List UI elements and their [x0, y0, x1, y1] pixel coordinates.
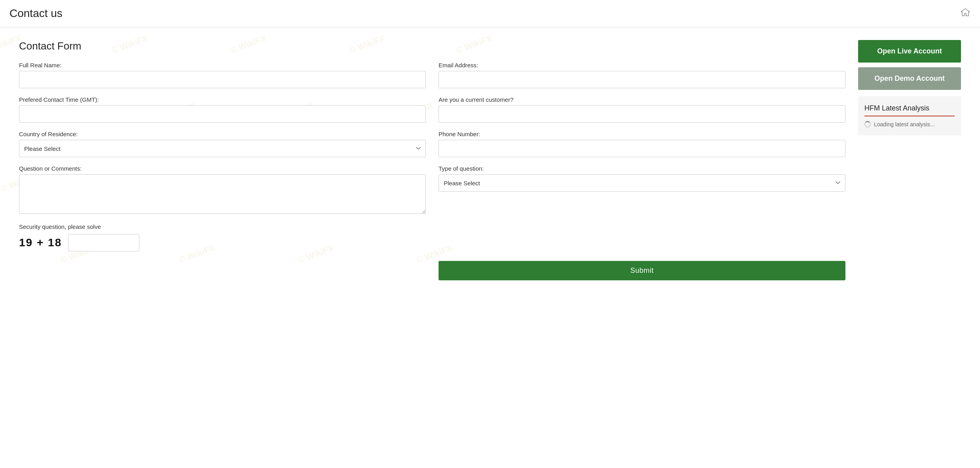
phone-label: Phone Number: [439, 131, 845, 137]
contact-form-section: Contact Form Full Real Name: Email Addre… [19, 40, 845, 280]
security-label: Security question, please solve [19, 223, 845, 230]
country-select[interactable]: Please Select [19, 140, 426, 157]
analysis-loading: Loading latest analysis... [864, 121, 955, 127]
question-type-select[interactable]: Please Select [439, 174, 845, 192]
form-title: Contact Form [19, 40, 845, 52]
main-container: © WikiFX © WikiFX © WikiFX © WikiFX © Wi… [0, 27, 980, 293]
page-header: Contact us [0, 0, 980, 27]
phone-input[interactable] [439, 140, 845, 157]
open-demo-account-button[interactable]: Open Demo Account [858, 67, 961, 90]
comments-group: Question or Comments: [19, 165, 426, 214]
current-customer-label: Are you a current customer? [439, 96, 845, 103]
email-group: Email Address: [439, 62, 845, 88]
phone-group: Phone Number: [439, 131, 845, 157]
country-label: Country of Residence: [19, 131, 426, 137]
open-live-account-button[interactable]: Open Live Account [858, 40, 961, 63]
submit-button[interactable]: Submit [439, 261, 845, 280]
submit-spacer [19, 261, 426, 280]
preferred-contact-group: Prefered Contact Time (GMT): [19, 96, 426, 123]
security-equation: 19 + 18 [19, 236, 62, 249]
question-type-label: Type of question: [439, 165, 845, 172]
comments-textarea[interactable] [19, 174, 426, 214]
security-num1: 19 [19, 236, 33, 249]
full-name-input[interactable] [19, 71, 426, 88]
preferred-contact-label: Prefered Contact Time (GMT): [19, 96, 426, 103]
form-grid: Full Real Name: Email Address: Prefered … [19, 62, 845, 214]
security-answer-input[interactable] [68, 234, 139, 251]
preferred-contact-input[interactable] [19, 105, 426, 123]
security-num2: 18 [48, 236, 62, 249]
security-operator: + [37, 236, 48, 249]
question-type-group: Type of question: Please Select [439, 165, 845, 214]
full-name-group: Full Real Name: [19, 62, 426, 88]
submit-row-container: Submit [19, 261, 845, 280]
analysis-title: HFM Latest Analysis [864, 104, 955, 116]
current-customer-group: Are you a current customer? [439, 96, 845, 123]
comments-label: Question or Comments: [19, 165, 426, 172]
full-name-label: Full Real Name: [19, 62, 426, 68]
analysis-box: HFM Latest Analysis Loading latest analy… [858, 96, 961, 135]
home-icon[interactable] [960, 8, 971, 19]
page-title: Contact us [9, 7, 63, 20]
security-section: Security question, please solve 19 + 18 [19, 223, 845, 251]
current-customer-input[interactable] [439, 105, 845, 123]
analysis-loading-text: Loading latest analysis... [874, 121, 934, 127]
security-row: 19 + 18 [19, 234, 845, 251]
sidebar: Open Live Account Open Demo Account HFM … [858, 40, 961, 280]
loading-spinner-icon [864, 121, 871, 127]
country-group: Country of Residence: Please Select [19, 131, 426, 157]
email-input[interactable] [439, 71, 845, 88]
email-label: Email Address: [439, 62, 845, 68]
